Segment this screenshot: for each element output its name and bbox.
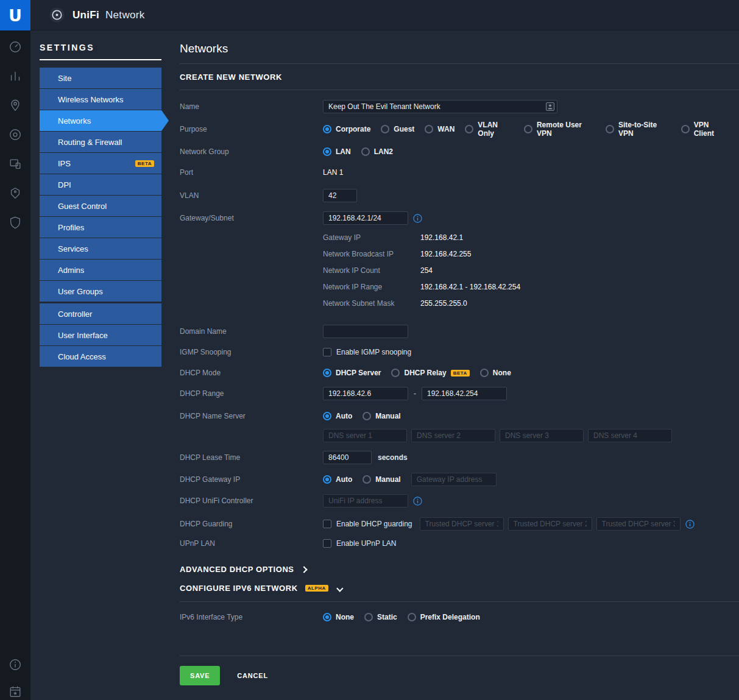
vlan-label: VLAN — [180, 191, 323, 200]
subnet-detail-row: Network Broadcast IP 192.168.42.255 — [323, 250, 520, 258]
chevron-down-icon — [336, 585, 343, 592]
purpose-remote-user-vpn-radio[interactable]: Remote User VPN — [524, 121, 595, 138]
events-calendar-icon[interactable] — [8, 684, 23, 699]
sidebar-item-networks[interactable]: Networks — [40, 110, 161, 131]
purpose-corporate-radio[interactable]: Corporate — [323, 125, 370, 133]
dhcp-lease-time-label: DHCP Lease Time — [180, 453, 323, 462]
ubiquiti-logo[interactable]: U — [0, 0, 30, 30]
info-icon[interactable] — [685, 520, 695, 529]
dns-server-3-input[interactable] — [500, 429, 584, 442]
radio-icon — [681, 125, 690, 133]
lease-time-unit: seconds — [378, 453, 408, 462]
radio-selected-icon — [323, 125, 331, 133]
sidebar-item-cloud-access[interactable]: Cloud Access — [40, 346, 161, 367]
insights-icon[interactable] — [8, 186, 23, 200]
sidebar-item-routing-firewall[interactable]: Routing & Firewall — [40, 132, 161, 152]
sidebar-item-ips[interactable]: IPS BETA — [40, 153, 161, 174]
purpose-vlan-only-radio[interactable]: VLAN Only — [465, 121, 514, 138]
ipv6-static-radio[interactable]: Static — [364, 613, 397, 621]
info-icon[interactable] — [413, 497, 422, 506]
trusted-dhcp-server-2-input[interactable] — [508, 517, 592, 531]
dhcp-range-end-input[interactable] — [422, 387, 507, 400]
sidebar-item-user-groups[interactable]: User Groups — [40, 281, 161, 302]
purpose-wan-radio[interactable]: WAN — [425, 125, 454, 133]
radio-icon — [480, 369, 489, 377]
upnp-lan-label: UPnP LAN — [180, 539, 323, 548]
purpose-guest-radio[interactable]: Guest — [381, 125, 414, 133]
radio-selected-icon — [323, 369, 331, 377]
checkbox-icon — [323, 348, 331, 356]
dhcp-name-server-auto-radio[interactable]: Auto — [323, 412, 352, 420]
ipv6-none-radio[interactable]: None — [323, 613, 354, 621]
dhcp-lease-time-input[interactable] — [323, 451, 372, 464]
chevron-right-icon — [300, 566, 307, 573]
dns-server-2-input[interactable] — [411, 429, 495, 442]
dhcp-mode-none-radio[interactable]: None — [480, 369, 511, 377]
sidebar-item-profiles[interactable]: Profiles — [40, 217, 161, 238]
sidebar-item-site[interactable]: Site — [40, 68, 161, 88]
radio-selected-icon — [323, 147, 331, 156]
dhcp-gateway-ip-input[interactable] — [411, 473, 497, 486]
dhcp-mode-server-radio[interactable]: DHCP Server — [323, 369, 381, 377]
sidebar-item-services[interactable]: Services — [40, 238, 161, 259]
upnp-lan-checkbox[interactable]: Enable UPnP LAN — [323, 539, 397, 548]
dhcp-mode-relay-radio[interactable]: DHCP Relay BETA — [391, 369, 469, 377]
dhcp-unifi-controller-input[interactable] — [323, 494, 408, 507]
threat-management-shield-icon[interactable] — [8, 215, 23, 230]
purpose-site-to-site-vpn-radio[interactable]: Site-to-Site VPN — [606, 121, 671, 138]
cancel-button[interactable]: CANCEL — [233, 671, 272, 680]
sidebar-item-admins[interactable]: Admins — [40, 260, 161, 280]
sidebar-item-guest-control[interactable]: Guest Control — [40, 196, 161, 216]
beta-badge: BETA — [135, 160, 154, 167]
radio-icon — [381, 125, 389, 133]
ipv6-prefix-delegation-radio[interactable]: Prefix Delegation — [408, 613, 480, 621]
subnet-details: Gateway IP 192.168.42.1 Network Broadcas… — [323, 231, 520, 308]
devices-icon[interactable] — [8, 127, 23, 142]
dns-server-4-input[interactable] — [588, 429, 672, 442]
domain-name-input[interactable] — [323, 325, 408, 338]
sidebar-item-wireless-networks[interactable]: Wireless Networks — [40, 89, 161, 110]
radio-selected-icon — [323, 613, 331, 621]
main-content: Networks CREATE NEW NETWORK Name — [161, 30, 739, 700]
app-rail: U — [0, 0, 30, 700]
info-icon[interactable] — [413, 214, 422, 223]
settings-heading: SETTINGS — [40, 43, 161, 52]
gateway-subnet-input[interactable] — [323, 211, 408, 225]
port-value: LAN 1 — [323, 168, 343, 177]
dhcp-guarding-checkbox[interactable]: Enable DHCP guarding — [323, 520, 412, 528]
radio-icon — [408, 613, 416, 621]
purpose-vpn-client-radio[interactable]: VPN Client — [681, 121, 729, 138]
dhcp-gateway-manual-radio[interactable]: Manual — [362, 475, 400, 484]
dhcp-gateway-ip-label: DHCP Gateway IP — [180, 475, 323, 484]
sidebar-item-dpi[interactable]: DPI — [40, 174, 161, 195]
ubiquiti-logo-glyph: U — [9, 6, 22, 25]
subnet-detail-row: Gateway IP 192.168.42.1 — [323, 233, 520, 242]
trusted-dhcp-server-1-input[interactable] — [420, 517, 504, 531]
network-name-input[interactable] — [323, 100, 557, 113]
vlan-input[interactable] — [323, 189, 357, 202]
clients-icon[interactable] — [8, 157, 23, 171]
network-group-lan-radio[interactable]: LAN — [323, 147, 351, 156]
sidebar-item-user-interface[interactable]: User Interface — [40, 325, 161, 345]
map-icon[interactable] — [8, 98, 23, 113]
checkbox-icon — [323, 539, 331, 548]
info-icon[interactable] — [8, 657, 23, 672]
dhcp-range-start-input[interactable] — [323, 387, 408, 400]
igmp-snooping-checkbox[interactable]: Enable IGMP snooping — [323, 348, 411, 356]
statistics-icon[interactable] — [8, 69, 23, 83]
network-group-lan2-radio[interactable]: LAN2 — [361, 147, 393, 156]
igmp-snooping-label: IGMP Snooping — [180, 348, 323, 356]
brand-network: Network — [105, 9, 144, 21]
top-bar: UniFi Network — [30, 0, 739, 30]
person-badge-icon[interactable] — [546, 102, 554, 111]
gateway-subnet-label: Gateway/Subnet — [180, 214, 323, 222]
dns-server-1-input[interactable] — [323, 429, 407, 442]
sidebar-item-controller[interactable]: Controller — [40, 303, 161, 324]
configure-ipv6-network-toggle[interactable]: CONFIGURE IPV6 NETWORK ALPHA — [180, 579, 739, 598]
dhcp-name-server-manual-radio[interactable]: Manual — [362, 412, 400, 420]
dhcp-gateway-auto-radio[interactable]: Auto — [323, 475, 352, 484]
trusted-dhcp-server-3-input[interactable] — [596, 517, 681, 531]
advanced-dhcp-options-toggle[interactable]: ADVANCED DHCP OPTIONS — [180, 560, 739, 579]
dashboard-icon[interactable] — [8, 40, 23, 54]
save-button[interactable]: SAVE — [180, 666, 220, 685]
